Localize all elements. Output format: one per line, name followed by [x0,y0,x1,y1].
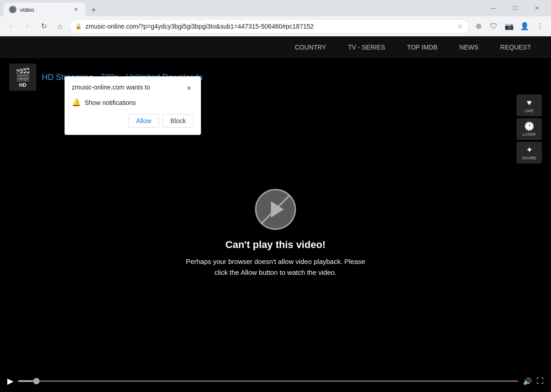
like-label: LIKE [525,109,534,113]
popup-header: zmusic-online.com wants to ✕ [72,84,194,93]
camera-button[interactable]: 📷 [502,19,516,34]
shield-button[interactable]: 🛡 [486,19,501,34]
bell-icon: 🔔 [72,98,81,107]
disabled-play-icon [255,189,296,230]
nav-item-top-imdb[interactable]: TOP IMDB [396,36,448,58]
share-button[interactable]: ✦ SHARE [516,142,542,164]
like-icon: ♥ [527,98,532,108]
minimize-button[interactable]: — [483,1,504,15]
block-button[interactable]: Block [163,114,194,128]
tab-title: video [20,6,68,13]
lock-icon: 🔒 [75,23,82,30]
nav-item-country[interactable]: COUNTRY [284,36,337,58]
bookmark-star-icon[interactable]: ☆ [457,23,463,30]
like-button[interactable]: ♥ LIKE [516,94,542,116]
new-tab-button[interactable]: + [87,4,100,16]
volume-button[interactable]: 🔊 [523,377,532,386]
share-icon: ✦ [526,145,533,155]
progress-fill [18,380,33,382]
home-button[interactable]: ⌂ [53,19,67,34]
title-bar: video ✕ + — ☐ ✕ [0,0,551,16]
later-button[interactable]: 🕐 LATER [516,118,542,140]
play-arrow-icon [271,201,284,218]
back-button[interactable]: ‹ [4,19,18,34]
video-progress-bar[interactable] [18,380,518,382]
maximize-button[interactable]: ☐ [505,1,526,15]
site-nav: COUNTRY TV - SERIES TOP IMDB NEWS REQUES… [0,36,551,58]
popup-permission-row: 🔔 Show notifications [72,98,194,107]
popup-action-buttons: Allow Block [72,114,194,128]
reload-button[interactable]: ↻ [36,19,51,34]
later-icon: 🕐 [524,121,534,131]
window-controls: — ☐ ✕ [483,1,547,15]
menu-button[interactable]: ⋮ [533,19,547,34]
progress-knob[interactable] [33,378,40,384]
browser-window: video ✕ + — ☐ ✕ ‹ › ↻ ⌂ 🔒 zmusic-online.… [0,0,551,392]
nav-right-controls: ⊕ 🛡 📷 👤 ⋮ [471,19,547,34]
cant-play-title: Can't play this video! [225,239,326,251]
zoom-button[interactable]: ⊕ [471,19,486,34]
tab-favicon [9,6,16,13]
cant-play-description: Perhaps your browser doesn't allow video… [180,256,371,278]
popup-close-button[interactable]: ✕ [185,84,194,93]
tab-close-button[interactable]: ✕ [72,5,80,14]
notification-permission-popup: zmusic-online.com wants to ✕ 🔔 Show noti… [65,76,201,135]
browser-content: COUNTRY TV - SERIES TOP IMDB NEWS REQUES… [0,36,551,392]
nav-item-tv-series[interactable]: TV - SERIES [337,36,396,58]
active-tab[interactable]: video ✕ [4,3,85,16]
film-reel-icon: 🎬 [15,67,31,82]
nav-item-request[interactable]: REQUEST [489,36,542,58]
nav-item-news[interactable]: NEWS [448,36,489,58]
close-button[interactable]: ✕ [526,1,547,15]
hd-badge: HD [19,82,26,88]
video-main-area: Can't play this video! Perhaps your brow… [0,96,551,370]
forward-button[interactable]: › [20,19,35,34]
play-pause-button[interactable]: ▶ [7,376,14,386]
video-thumbnail-icon: 🎬 HD [9,64,36,91]
allow-button[interactable]: Allow [128,114,159,128]
fullscreen-button[interactable]: ⛶ [536,377,544,385]
nav-bar: ‹ › ↻ ⌂ 🔒 zmusic-online.com/?p=g4ydcy3bg… [0,16,551,36]
video-side-controls: ♥ LIKE 🕐 LATER ✦ SHARE [516,94,542,164]
video-controls-bar: ▶ 🔊 ⛶ [0,370,551,392]
tab-bar: video ✕ + [4,0,481,16]
share-label: SHARE [522,156,536,160]
profile-button[interactable]: 👤 [517,19,532,34]
permission-text: Show notifications [85,99,136,106]
popup-title: zmusic-online.com wants to [72,84,150,91]
later-label: LATER [523,132,536,137]
address-bar[interactable]: 🔒 zmusic-online.com/?p=g4ydcy3bgi5gi3bpg… [69,19,469,34]
url-text: zmusic-online.com/?p=g4ydcy3bgi5gi3bpgi3… [85,23,454,30]
slash-overlay-icon [260,194,291,224]
